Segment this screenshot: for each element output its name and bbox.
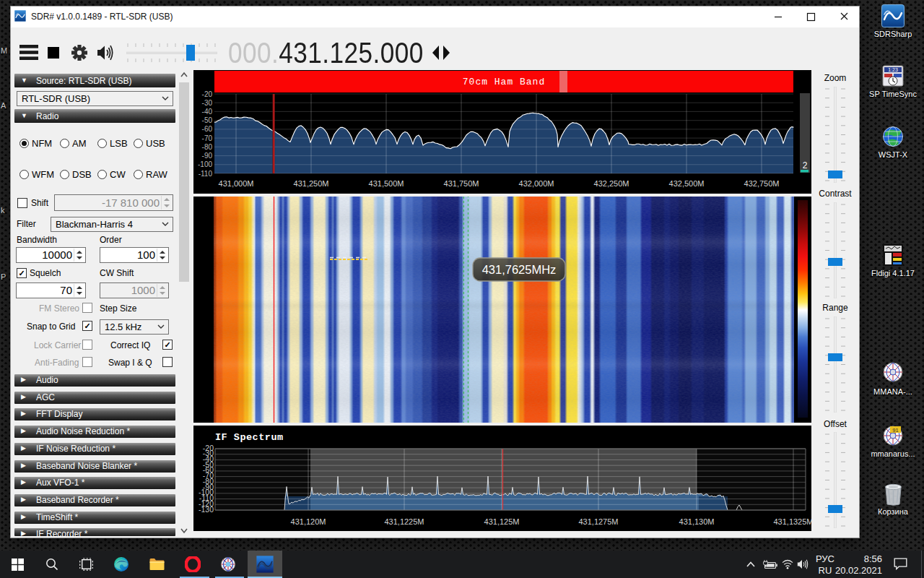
svg-text:431,500M: 431,500M (369, 179, 404, 188)
svg-text:431,125M: 431,125M (484, 517, 520, 526)
svg-text:-90: -90 (202, 152, 213, 160)
svg-text:-80: -80 (202, 143, 213, 151)
svg-text:-40: -40 (202, 108, 213, 116)
svg-text:431,1275M: 431,1275M (578, 517, 618, 526)
svg-text:2: 2 (803, 160, 808, 171)
svg-text:431,1325M: 431,1325M (773, 517, 811, 526)
svg-text:431,130M: 431,130M (679, 517, 715, 526)
svg-text:431,000M: 431,000M (219, 179, 254, 188)
svg-text:431,7625MHz: 431,7625MHz (482, 263, 557, 276)
svg-text:431,120M: 431,120M (291, 517, 326, 526)
svg-text:-130: -130 (199, 505, 214, 514)
svg-text:70cm Ham Band: 70cm Ham Band (463, 77, 545, 87)
svg-text:-100: -100 (198, 160, 212, 168)
svg-text:432,000M: 432,000M (519, 179, 554, 188)
svg-text:-50: -50 (202, 116, 213, 124)
svg-text:-110: -110 (199, 170, 213, 178)
svg-text:-70: -70 (202, 134, 213, 142)
svg-text:431,750M: 431,750M (444, 179, 479, 188)
svg-text:432,750M: 432,750M (744, 179, 780, 188)
svg-text:432,250M: 432,250M (594, 179, 629, 188)
svg-text:IF Spectrum: IF Spectrum (215, 432, 284, 443)
svg-text:-60: -60 (202, 125, 213, 133)
svg-text:-30: -30 (202, 99, 213, 107)
svg-text:431,1225M: 431,1225M (384, 517, 424, 526)
svg-text:-20: -20 (202, 90, 213, 98)
svg-text:1:23: 1:23 (888, 67, 898, 72)
svg-text:91: 91 (892, 427, 898, 434)
svg-text:432,500M: 432,500M (669, 179, 705, 188)
svg-text:431,250M: 431,250M (294, 179, 329, 188)
